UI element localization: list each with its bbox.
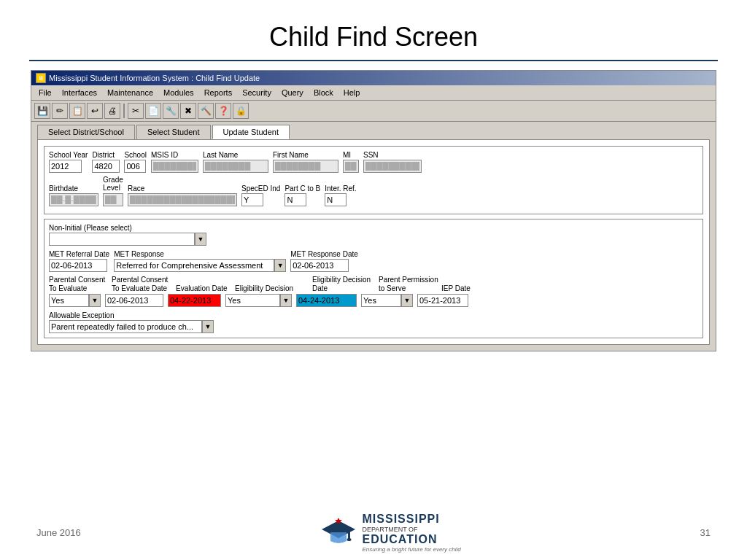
student-info-section: School Year District School MSIS ID Last… (44, 146, 703, 214)
ssn-input[interactable] (363, 160, 422, 173)
parental-consent-date-input[interactable] (105, 294, 163, 307)
parent-permission-input[interactable] (361, 294, 401, 307)
part-c-b-input[interactable] (285, 193, 306, 206)
met-response-label: MET Response (114, 250, 286, 258)
toolbar-delete[interactable]: ✖ (180, 103, 196, 119)
eligibility-decision-input[interactable] (225, 294, 280, 307)
school-year-input[interactable] (49, 160, 82, 173)
toolbar: 💾 ✏ 📋 ↩ 🖨 ✂ 📄 🔧 ✖ 🔨 ❓ 🔒 (31, 101, 716, 122)
menu-maintenance[interactable]: Maintenance (103, 87, 158, 98)
met-response-date-input[interactable] (290, 259, 349, 272)
evaluation-date-input[interactable] (168, 294, 221, 307)
menu-file[interactable]: File (34, 87, 56, 98)
mi-field: MI (343, 151, 359, 173)
sped-ind-label: SpecED Ind (241, 184, 280, 192)
district-input[interactable] (92, 160, 120, 173)
met-response-date-label: MET Response Date (290, 250, 358, 258)
footer-page: 31 (700, 527, 711, 538)
inter-ref-input[interactable] (325, 193, 347, 206)
allowable-exception-input[interactable] (49, 320, 202, 333)
menu-security[interactable]: Security (238, 87, 276, 98)
toolbar-edit[interactable]: ✏ (52, 103, 68, 119)
race-input[interactable] (128, 193, 237, 206)
last-name-input[interactable] (203, 160, 268, 173)
parental-consent-date-label: Parental ConsentTo Evaluate Date (112, 276, 168, 292)
logo-tagline: Ensuring a bright future for every child (363, 546, 461, 553)
birthdate-field: Birthdate (49, 184, 98, 206)
parent-permission-dropdown-btn[interactable]: ▼ (401, 294, 413, 307)
toolbar-clipboard[interactable]: 📋 (69, 103, 85, 119)
consent-values-row: ▼ ▼ ▼ (49, 294, 698, 307)
non-initial-dropdown-btn[interactable]: ▼ (195, 233, 206, 246)
evaluation-date-label: Evaluation Date (176, 284, 228, 292)
menu-modules[interactable]: Modules (159, 87, 198, 98)
menu-reports[interactable]: Reports (200, 87, 237, 98)
logo-department: DEPARTMENT OF (363, 526, 461, 533)
svg-rect-1 (348, 529, 350, 540)
title-divider (29, 60, 718, 61)
iep-date-input[interactable] (417, 294, 468, 307)
toolbar-separator (123, 104, 125, 118)
toolbar-tools[interactable]: 🔨 (198, 103, 214, 119)
window-title: Mississippi Student Information System :… (49, 74, 260, 82)
tab-select-district[interactable]: Select District/School (37, 125, 135, 139)
menu-interfaces[interactable]: Interfaces (58, 87, 101, 98)
parent-permission-combo: ▼ (361, 294, 413, 307)
school-field: School (124, 151, 147, 173)
grade-level-label: Grade Level (103, 176, 123, 192)
mi-input[interactable] (343, 160, 359, 173)
parental-consent-eval-input[interactable] (49, 294, 89, 307)
last-name-field: Last Name (203, 151, 268, 173)
msis-id-input[interactable] (151, 160, 198, 173)
toolbar-new[interactable]: 📄 (145, 103, 161, 119)
non-initial-combo: ▼ (49, 233, 206, 246)
part-c-b-label: Part C to B (285, 184, 320, 192)
menu-help[interactable]: Help (339, 87, 365, 98)
sped-ind-input[interactable] (241, 193, 263, 206)
met-referral-date-input[interactable] (49, 259, 107, 272)
iep-date-label: IEP Date (441, 284, 471, 292)
field-labels-row1: School Year District School MSIS ID Last… (49, 151, 698, 173)
eligibility-decision-dropdown-btn[interactable]: ▼ (280, 294, 292, 307)
menu-block[interactable]: Block (309, 87, 338, 98)
parental-consent-eval-combo: ▼ (49, 294, 101, 307)
logo-education: EDUCATION (363, 533, 461, 546)
mi-label: MI (343, 151, 359, 159)
met-referral-date-label: MET Referral Date (49, 250, 109, 258)
tab-bar: Select District/School Select Student Up… (31, 122, 716, 139)
first-name-field: First Name (273, 151, 338, 173)
parental-consent-eval-dropdown-btn[interactable]: ▼ (89, 294, 101, 307)
toolbar-save[interactable]: 💾 (34, 103, 50, 119)
app-window: 🖥 Mississippi Student Information System… (31, 70, 716, 351)
toolbar-print[interactable]: 🖨 (104, 103, 120, 119)
elig-decision-date-input[interactable] (296, 294, 357, 307)
allowable-exception-dropdown-btn[interactable]: ▼ (202, 320, 214, 333)
school-year-field: School Year (49, 151, 88, 173)
first-name-input[interactable] (273, 160, 338, 173)
school-input[interactable] (124, 160, 146, 173)
district-field: District (92, 151, 120, 173)
race-field: Race (128, 184, 237, 206)
met-response-dropdown-btn[interactable]: ▼ (274, 259, 286, 272)
toolbar-settings[interactable]: 🔧 (163, 103, 179, 119)
logo-text-group: MISSISSIPPI DEPARTMENT OF EDUCATION Ensu… (363, 513, 461, 553)
non-initial-label: Non-Initial (Please select) (49, 224, 206, 232)
part-c-b-field: Part C to B (285, 184, 320, 206)
parental-consent-eval-label: Parental ConsentTo Evaluate (49, 276, 105, 292)
toolbar-undo[interactable]: ↩ (87, 103, 103, 119)
toolbar-lock[interactable]: 🔒 (233, 103, 249, 119)
met-response-input[interactable] (114, 259, 274, 272)
tab-select-student[interactable]: Select Student (136, 125, 211, 139)
toolbar-help[interactable]: ❓ (215, 103, 231, 119)
inter-ref-field: Inter. Ref. (325, 184, 356, 206)
msis-id-label: MSIS ID (151, 151, 198, 159)
tab-update-student[interactable]: Update Student (212, 125, 290, 139)
grade-level-input[interactable] (103, 193, 123, 206)
birthdate-input[interactable] (49, 193, 98, 206)
met-referral-date-field: MET Referral Date (49, 250, 109, 272)
toolbar-cut[interactable]: ✂ (128, 103, 144, 119)
menu-query[interactable]: Query (277, 87, 308, 98)
content-area: School Year District School MSIS ID Last… (37, 139, 710, 345)
met-response-date-field: MET Response Date (290, 250, 358, 272)
non-initial-input[interactable] (49, 233, 195, 246)
